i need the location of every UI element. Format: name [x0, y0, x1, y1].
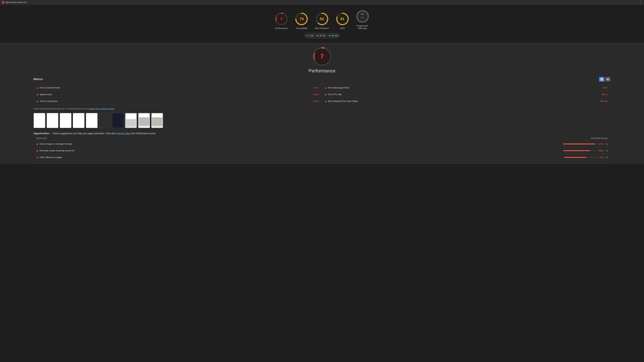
opp-bar-wrap-3 [564, 157, 598, 158]
pwa-label: ProgressiveWeb App [357, 24, 368, 29]
score-item-seo[interactable]: 81 SEO [336, 12, 349, 29]
opportunities-table-header: Opportunity Estimated Savings [34, 136, 610, 141]
svg-rect-16 [606, 78, 609, 79]
opp-bar-3 [564, 157, 586, 158]
opp-row-2[interactable]: Eliminate render-blocking resources 4.85… [34, 147, 610, 154]
chevron-icon-opp1[interactable]: ❯ [606, 143, 608, 145]
accessibility-label: Accessibility [296, 27, 308, 29]
filmstrip-frame-4 [73, 113, 84, 128]
metrics-header: Metrics [34, 77, 610, 82]
performance-score: 7 [280, 17, 282, 21]
score-circle-seo: 81 [336, 12, 349, 26]
opp-bar-wrap-2 [563, 150, 597, 151]
metric-name-tti: Time to Interactive [40, 100, 58, 102]
warn-icon-mpfid [325, 100, 327, 102]
accessibility-score: 74 [300, 17, 304, 21]
metric-value-fcp: 5.6 s [314, 86, 319, 89]
filmstrip-frame-1 [34, 113, 45, 128]
legend-dot-red [306, 35, 308, 36]
metric-value-fci: 15.7 s [602, 93, 608, 96]
best-practices-label: Best Practices [315, 27, 329, 29]
metric-name-fci: First CPU Idle [328, 93, 342, 96]
metric-row-fci: First CPU Idle 15.7 s [322, 91, 610, 98]
score-item-best-practices[interactable]: 62 Best Practices [315, 12, 329, 29]
metric-name-mpfid: Max Potential First Input Delay [328, 100, 358, 102]
filmstrip-frame-8 [125, 113, 137, 128]
view-toggle [599, 77, 610, 82]
legend-orange: 50–89 [317, 34, 325, 37]
list-view-button[interactable] [605, 77, 610, 82]
best-practices-score: 62 [320, 17, 324, 21]
big-performance-score: 7 [320, 53, 324, 60]
metric-row-tti: Time to Interactive 21.9 s [34, 98, 322, 104]
top-bar: https://todai-umeet.com/ ⋮ [0, 0, 644, 5]
filmstrip-frame-9 [138, 113, 150, 128]
legend-red: 0–49 [306, 34, 313, 37]
svg-rect-14 [600, 79, 602, 80]
metrics-grid: First Contentful Paint 5.6 s First Meani… [34, 84, 610, 105]
legend-dot-orange [317, 35, 319, 36]
filmstrip-frame-3 [60, 113, 72, 128]
svg-rect-18 [606, 80, 609, 80]
metric-row-fcp: First Contentful Paint 5.6 s [34, 84, 322, 91]
score-circle-best-practices: 62 [315, 12, 329, 26]
opp-bar-1 [563, 143, 595, 144]
metric-row-mpfid: Max Potential First Input Delay 790 ms [322, 98, 610, 104]
score-item-accessibility[interactable]: 74 Accessibility [295, 12, 308, 29]
metric-name-fmp: First Meaningful Paint [328, 86, 349, 89]
directly-affect-link[interactable]: directly affect [117, 132, 131, 135]
filmstrip-frame-6 [99, 113, 111, 128]
warn-icon-tti [36, 100, 38, 102]
grid-view-button[interactable] [599, 77, 604, 82]
opp-bar-2 [563, 150, 590, 151]
score-legend: 0–49 50–89 90–100 [304, 33, 340, 38]
chevron-icon-opp2[interactable]: ❯ [606, 149, 608, 152]
metric-value-fmp: 5.6 s [603, 86, 608, 89]
legend-green: 90–100 [328, 34, 338, 37]
filmstrip-frame-7 [112, 113, 124, 128]
opportunities-header: Opportunities — These suggestions can he… [34, 132, 610, 135]
filmstrip [34, 113, 610, 128]
url-text: https://todai-umeet.com/ [5, 1, 27, 3]
url-bar: https://todai-umeet.com/ [2, 1, 27, 3]
svg-rect-13 [602, 78, 603, 79]
metric-value-mpfid: 790 ms [600, 100, 608, 102]
warn-icon-fcp [36, 87, 38, 89]
warn-icon-opp1 [36, 143, 38, 145]
opp-row-1[interactable]: Serve images in next-gen formats 6.15 s … [34, 141, 610, 147]
svg-point-0 [2, 2, 4, 3]
metric-value-tti: 21.9 s [313, 100, 319, 102]
filmstrip-frame-10 [151, 113, 163, 128]
metric-name-si: Speed Index [40, 93, 52, 96]
main-section: 7 Performance Metrics [0, 43, 644, 164]
opp-row-3[interactable]: Defer offscreen images 3.3 s ❯ [34, 154, 610, 161]
filmstrip-frame-5 [86, 113, 98, 128]
favicon-icon [2, 1, 4, 3]
pwa-label-text: PWA [361, 13, 364, 15]
big-score-wrap: 7 Performance [34, 46, 610, 73]
big-score-circle: 7 [312, 46, 332, 66]
metrics-link[interactable]: based only on these metrics [89, 108, 114, 110]
warn-icon-opp2 [36, 150, 38, 151]
warn-icon-si [36, 94, 38, 95]
metric-row-si: Speed Index 13.4 s [34, 91, 322, 98]
big-performance-title: Performance [308, 68, 336, 73]
legend-dot-green [328, 35, 330, 36]
metric-row-fmp: First Meaningful Paint 5.6 s [322, 84, 610, 91]
svg-rect-12 [600, 78, 602, 79]
svg-rect-15 [602, 79, 603, 80]
opp-savings-3: 3.3 s [600, 156, 604, 159]
score-circle-performance: 7 [275, 12, 288, 26]
metric-value-si: 13.4 s [313, 93, 319, 96]
score-item-pwa[interactable]: PWA — ProgressiveWeb App [356, 10, 369, 29]
menu-icon[interactable]: ⋮ [639, 0, 642, 4]
opp-name-1: Serve images in next-gen formats [40, 143, 72, 145]
opp-bar-wrap-1 [563, 143, 597, 144]
values-note: Values are estimated and may vary. The p… [34, 107, 610, 110]
score-section: 7 Performance 74 Accessibility 62 Best P… [0, 5, 644, 33]
chevron-icon-opp3[interactable]: ❯ [606, 156, 608, 159]
opp-savings-1: 6.15 s [598, 143, 604, 145]
score-item-performance[interactable]: 7 Performance [275, 12, 288, 29]
svg-rect-17 [606, 79, 609, 79]
opp-name-3: Defer offscreen images [40, 156, 62, 159]
